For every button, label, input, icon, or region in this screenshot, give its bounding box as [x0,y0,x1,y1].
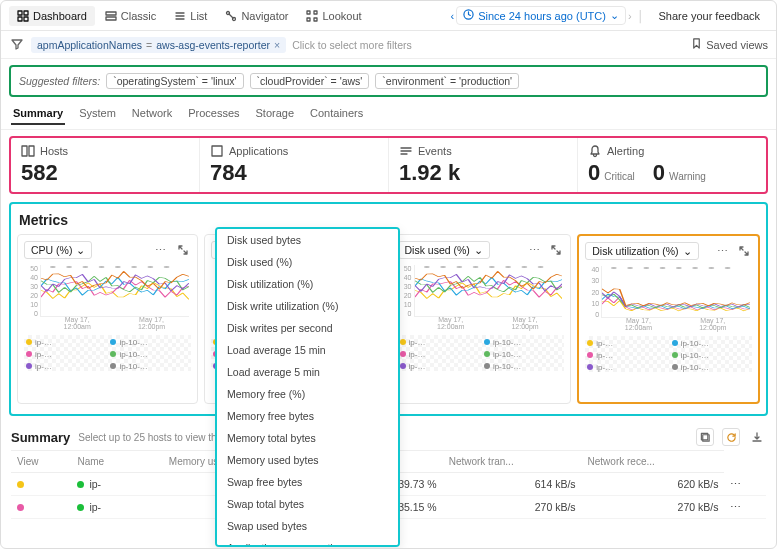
svg-rect-11 [307,11,310,14]
svg-rect-2 [18,17,22,21]
expand-icon[interactable] [175,242,191,258]
list-icon [174,10,186,22]
time-next-icon[interactable]: › [628,10,632,22]
tab-storage[interactable]: Storage [254,103,297,125]
chip-remove-icon[interactable]: × [274,39,280,51]
svg-point-19 [50,266,56,268]
chart-legend: ip-…ip-10-…ip-…ip-10-…ip-…ip-10-… [585,336,752,372]
menu-item[interactable]: Swap free bytes [217,471,398,493]
stat-hosts[interactable]: Hosts 582 [11,138,200,192]
chart[interactable]: 403020100 May 17,12:00amMay 17,12:00pm [585,266,752,332]
menu-item[interactable]: Load average 5 min [217,361,398,383]
more-icon[interactable]: ⋯ [714,243,730,259]
stack-icon [105,10,117,22]
menu-item[interactable]: Load average 15 min [217,339,398,361]
svg-point-25 [147,266,153,268]
svg-rect-14 [314,18,317,21]
svg-point-49 [709,267,715,269]
grid-icon [17,10,29,22]
svg-point-41 [521,266,527,268]
menu-item[interactable]: Disk writes per second [217,317,398,339]
svg-rect-18 [212,146,222,156]
menu-item[interactable]: Disk utilization (%) [217,273,398,295]
share-feedback-link[interactable]: Share your feedback [650,6,768,26]
flow-icon [225,10,237,22]
chevron-down-icon: ⌄ [474,244,483,256]
metric-card: Disk used (%)⌄ ⋯ 50403020100 May 17,12:0… [391,234,572,404]
download-button[interactable] [748,428,766,446]
expand-icon[interactable] [548,242,564,258]
row-more-icon[interactable]: ⋯ [724,496,766,519]
nav-tab-lookout[interactable]: Lookout [298,6,369,26]
nav-tab-navigator[interactable]: Navigator [217,6,296,26]
more-icon[interactable]: ⋯ [526,242,542,258]
svg-rect-16 [22,146,27,156]
table-header[interactable]: Network rece... [582,451,725,473]
time-range-selector[interactable]: Since 24 hours ago (UTC) ⌄ [456,6,626,25]
menu-item[interactable]: Memory free (%) [217,383,398,405]
metric-selector-menu[interactable]: Disk used bytesDisk used (%)Disk utiliza… [215,227,400,547]
svg-point-48 [692,267,698,269]
time-prev-icon[interactable]: ‹ [450,10,454,22]
menu-item[interactable]: Memory free bytes [217,405,398,427]
suggested-chip[interactable]: `cloudProvider` = 'aws' [250,73,370,89]
stat-applications[interactable]: Applications 784 [200,138,389,192]
menu-item[interactable]: Memory total bytes [217,427,398,449]
menu-item[interactable]: Swap used bytes [217,515,398,537]
expand-icon[interactable] [736,243,752,259]
menu-item[interactable]: Swap total bytes [217,493,398,515]
more-icon[interactable]: ⋯ [153,242,169,258]
svg-point-24 [131,266,137,268]
table-header[interactable]: Network tran... [443,451,582,473]
chart[interactable]: 50403020100 May 17,12:00amMay 17,12:00pm [24,265,191,331]
table-header[interactable]: Name [71,451,141,473]
metric-selector[interactable]: CPU (%)⌄ [24,241,92,259]
stat-events[interactable]: Events 1.92 k [389,138,578,192]
menu-item[interactable]: Disk write utilization (%) [217,295,398,317]
nav-tab-label: Dashboard [33,10,87,22]
suggested-chip[interactable]: `operatingSystem` = 'linux' [106,73,243,89]
table-header[interactable]: View [11,451,71,473]
svg-point-42 [537,266,543,268]
menu-item[interactable]: Application response time [217,537,398,547]
chart-legend: ip-…ip-10-…ip-…ip-10-…ip-…ip-10-… [24,335,191,371]
chart-legend: ip-…ip-10-…ip-…ip-10-…ip-…ip-10-… [398,335,565,371]
refresh-button[interactable] [722,428,740,446]
svg-point-35 [423,266,429,268]
copy-button[interactable] [696,428,714,446]
filter-icon[interactable] [9,38,25,52]
filter-placeholder[interactable]: Click to select more filters [292,39,412,51]
table-header[interactable] [141,451,163,473]
nav-tab-dashboard[interactable]: Dashboard [9,6,95,26]
row-more-icon[interactable]: ⋯ [724,473,766,496]
saved-views-button[interactable]: Saved views [691,38,768,51]
tab-network[interactable]: Network [130,103,174,125]
metric-card: Disk utilization (%)⌄ ⋯ 403020100 May 17… [577,234,760,404]
clock-icon [463,9,474,22]
nav-tab-classic[interactable]: Classic [97,6,164,26]
chart[interactable]: 50403020100 May 17,12:00amMay 17,12:00pm [398,265,565,331]
tab-system[interactable]: System [77,103,118,125]
suggested-chip[interactable]: `environment` = 'production' [375,73,519,89]
nav-tab-list[interactable]: List [166,6,215,26]
svg-point-22 [99,266,105,268]
svg-point-46 [660,267,666,269]
tab-processes[interactable]: Processes [186,103,241,125]
menu-item[interactable]: Disk used bytes [217,229,398,251]
suggested-label: Suggested filters: [19,75,100,87]
svg-rect-0 [18,11,22,15]
svg-rect-17 [29,146,34,156]
filter-chip[interactable]: apmApplicationNames = aws-asg-events-rep… [31,37,286,53]
menu-item[interactable]: Disk used (%) [217,251,398,273]
svg-rect-1 [24,11,28,15]
metric-selector[interactable]: Disk used (%)⌄ [398,241,490,259]
tab-containers[interactable]: Containers [308,103,365,125]
svg-point-38 [472,266,478,268]
section-tabs: Summary System Network Processes Storage… [1,99,776,130]
svg-point-40 [505,266,511,268]
svg-rect-13 [307,18,310,21]
menu-item[interactable]: Memory used bytes [217,449,398,471]
stat-alerting[interactable]: Alerting 0Critical 0Warning [578,138,766,192]
tab-summary[interactable]: Summary [11,103,65,125]
metric-selector[interactable]: Disk utilization (%)⌄ [585,242,698,260]
